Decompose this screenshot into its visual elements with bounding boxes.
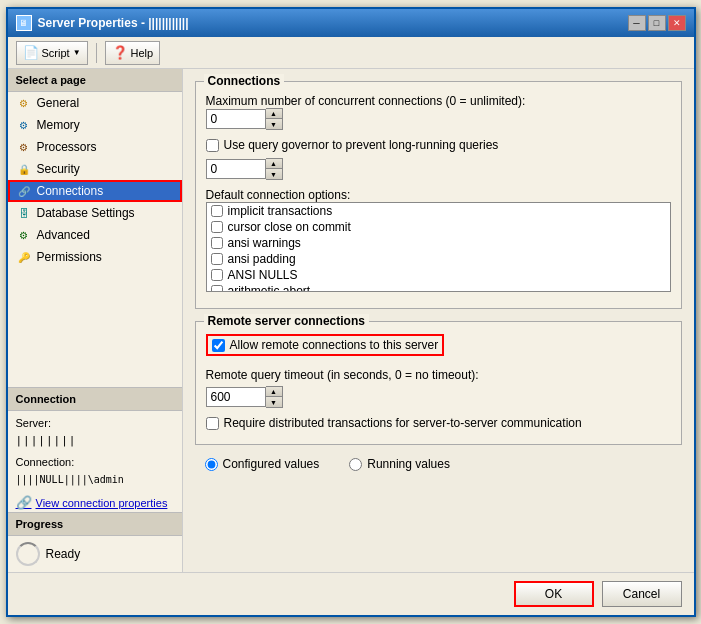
connection-value: ||||NULL||||\admin: [16, 474, 124, 485]
database-settings-icon: 🗄: [16, 205, 32, 221]
list-item: cursor close on commit: [207, 219, 670, 235]
configured-values-radio[interactable]: [205, 458, 218, 471]
configured-values-label: Configured values: [223, 457, 320, 471]
max-connections-input-group: ▲ ▼: [206, 108, 671, 130]
remote-section-label: Remote server connections: [204, 314, 369, 328]
sidebar-item-connections[interactable]: 🔗 Connections: [8, 180, 182, 202]
allow-remote-checkbox[interactable]: [212, 339, 225, 352]
toolbar: 📄 Script ▼ ❓ Help: [8, 37, 694, 69]
max-connections-row: Maximum number of concurrent connections…: [206, 94, 671, 108]
max-connections-label: Maximum number of concurrent connections…: [206, 94, 526, 108]
permissions-icon: 🔑: [16, 249, 32, 265]
help-icon: ❓: [112, 45, 128, 60]
help-button[interactable]: ❓ Help: [105, 41, 161, 65]
list-item: ANSI NULLS: [207, 267, 670, 283]
connections-icon: 🔗: [16, 183, 32, 199]
remote-timeout-input[interactable]: [206, 387, 266, 407]
sidebar-item-security[interactable]: 🔒 Security: [8, 158, 182, 180]
dialog-footer: OK Cancel: [8, 572, 694, 615]
max-connections-input[interactable]: [206, 109, 266, 129]
remote-timeout-down-btn[interactable]: ▼: [266, 397, 282, 407]
server-value: ||||||||: [16, 434, 77, 447]
processors-icon: ⚙: [16, 139, 32, 155]
query-governor-checkbox[interactable]: [206, 139, 219, 152]
close-button[interactable]: ✕: [668, 15, 686, 31]
connection-label-row: Connection: ||||NULL||||\admin: [16, 454, 174, 489]
list-item: ansi padding: [207, 251, 670, 267]
arithmetic-abort-checkbox[interactable]: [211, 285, 223, 292]
query-governor-input-group: ▲ ▼: [206, 158, 671, 180]
running-values-option: Running values: [349, 457, 450, 471]
sidebar-item-general[interactable]: ⚙ General: [8, 92, 182, 114]
sidebar-item-processors[interactable]: ⚙ Processors: [8, 136, 182, 158]
max-connections-down-btn[interactable]: ▼: [266, 119, 282, 129]
sidebar-item-advanced[interactable]: ⚙ Advanced: [8, 224, 182, 246]
title-bar: 🖥 Server Properties - |||||||||||| ─ □ ✕: [8, 9, 694, 37]
server-properties-dialog: 🖥 Server Properties - |||||||||||| ─ □ ✕…: [6, 7, 696, 617]
query-governor-down-btn[interactable]: ▼: [266, 169, 282, 179]
progress-status: Ready: [46, 547, 81, 561]
help-label: Help: [131, 47, 154, 59]
query-governor-input[interactable]: [206, 159, 266, 179]
server-label-row: Server: ||||||||: [16, 415, 174, 450]
query-governor-spinner: ▲ ▼: [266, 158, 283, 180]
default-options-label-row: Default connection options:: [206, 188, 671, 202]
sidebar-item-label-connections: Connections: [37, 184, 104, 198]
memory-icon: ⚙: [16, 117, 32, 133]
remote-timeout-input-group: ▲ ▼: [206, 386, 671, 408]
list-item: ansi warnings: [207, 235, 670, 251]
distributed-transactions-checkbox[interactable]: [206, 417, 219, 430]
connection-options-list[interactable]: implicit transactions cursor close on co…: [206, 202, 671, 292]
progress-area: Ready: [8, 536, 182, 572]
advanced-icon: ⚙: [16, 227, 32, 243]
title-controls: ─ □ ✕: [628, 15, 686, 31]
query-governor-row: Use query governor to prevent long-runni…: [206, 138, 671, 152]
ok-button[interactable]: OK: [514, 581, 594, 607]
ansi-warnings-checkbox[interactable]: [211, 237, 223, 249]
view-connection-properties-link[interactable]: 🔗 View connection properties: [8, 493, 182, 512]
connection-label: Connection:: [16, 456, 75, 468]
query-governor-up-btn[interactable]: ▲: [266, 159, 282, 169]
sidebar-connection-info: Server: |||||||| Connection: ||||NULL|||…: [8, 411, 182, 493]
remote-timeout-label: Remote query timeout (in seconds, 0 = no…: [206, 368, 479, 382]
list-item: implicit transactions: [207, 203, 670, 219]
distributed-transactions-row: Require distributed transactions for ser…: [206, 416, 671, 430]
sidebar-item-permissions[interactable]: 🔑 Permissions: [8, 246, 182, 268]
allow-remote-row: Allow remote connections to this server: [206, 334, 445, 356]
ansi-nulls-checkbox[interactable]: [211, 269, 223, 281]
sidebar-item-label-advanced: Advanced: [37, 228, 90, 242]
connections-section-label: Connections: [204, 74, 285, 88]
sidebar-item-label-permissions: Permissions: [37, 250, 102, 264]
toolbar-separator: [96, 43, 97, 63]
running-values-radio[interactable]: [349, 458, 362, 471]
sidebar-header: Select a page: [8, 69, 182, 92]
maximize-button[interactable]: □: [648, 15, 666, 31]
dropdown-arrow-icon: ▼: [73, 48, 81, 57]
security-icon: 🔒: [16, 161, 32, 177]
implicit-transactions-checkbox[interactable]: [211, 205, 223, 217]
implicit-transactions-label: implicit transactions: [228, 204, 333, 218]
sidebar-item-label-general: General: [37, 96, 80, 110]
default-options-label: Default connection options:: [206, 188, 351, 202]
allow-remote-label: Allow remote connections to this server: [230, 338, 439, 352]
connection-section-header: Connection: [8, 387, 182, 411]
page-icon: 📄: [23, 45, 39, 60]
script-label: Script: [42, 47, 70, 59]
dialog-icon: 🖥: [16, 15, 32, 31]
script-button[interactable]: 📄 Script ▼: [16, 41, 88, 65]
cursor-close-label: cursor close on commit: [228, 220, 351, 234]
values-radio-group: Configured values Running values: [195, 457, 682, 471]
ansi-padding-checkbox[interactable]: [211, 253, 223, 265]
sidebar-item-memory[interactable]: ⚙ Memory: [8, 114, 182, 136]
allow-remote-wrapper: Allow remote connections to this server: [206, 334, 671, 362]
sidebar-item-database-settings[interactable]: 🗄 Database Settings: [8, 202, 182, 224]
list-item: arithmetic abort: [207, 283, 670, 292]
distributed-transactions-label: Require distributed transactions for ser…: [224, 416, 582, 430]
arithmetic-abort-label: arithmetic abort: [228, 284, 311, 292]
max-connections-up-btn[interactable]: ▲: [266, 109, 282, 119]
connections-section-group: Connections Maximum number of concurrent…: [195, 81, 682, 309]
cursor-close-checkbox[interactable]: [211, 221, 223, 233]
cancel-button[interactable]: Cancel: [602, 581, 682, 607]
remote-timeout-up-btn[interactable]: ▲: [266, 387, 282, 397]
minimize-button[interactable]: ─: [628, 15, 646, 31]
